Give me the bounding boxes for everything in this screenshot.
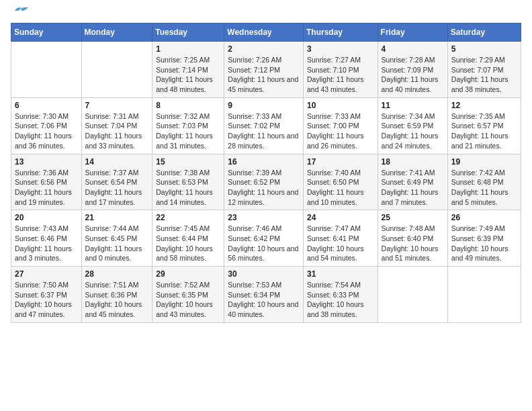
- day-number: 27: [15, 269, 78, 279]
- weekday-header-friday: Friday: [378, 24, 447, 42]
- day-number: 31: [307, 269, 374, 279]
- weekday-header-tuesday: Tuesday: [152, 24, 224, 42]
- calendar-cell: 7Sunrise: 7:31 AM Sunset: 7:04 PM Daylig…: [81, 97, 152, 154]
- day-number: 1: [156, 44, 220, 54]
- calendar-cell: 12Sunrise: 7:35 AM Sunset: 6:57 PM Dayli…: [447, 97, 521, 154]
- day-info: Sunrise: 7:46 AM Sunset: 6:42 PM Dayligh…: [228, 224, 300, 263]
- calendar-week-row: 13Sunrise: 7:36 AM Sunset: 6:56 PM Dayli…: [11, 154, 521, 210]
- calendar-cell: 4Sunrise: 7:28 AM Sunset: 7:09 PM Daylig…: [378, 42, 447, 98]
- day-number: 18: [382, 157, 444, 167]
- day-info: Sunrise: 7:26 AM Sunset: 7:12 PM Dayligh…: [228, 55, 300, 95]
- day-number: 4: [382, 44, 444, 54]
- calendar-cell: 23Sunrise: 7:46 AM Sunset: 6:42 PM Dayli…: [224, 210, 304, 267]
- calendar-cell: 19Sunrise: 7:42 AM Sunset: 6:48 PM Dayli…: [447, 154, 521, 210]
- day-number: 7: [85, 101, 149, 110]
- calendar-cell: [81, 42, 152, 98]
- weekday-header-thursday: Thursday: [303, 24, 378, 42]
- calendar-cell: 1Sunrise: 7:25 AM Sunset: 7:14 PM Daylig…: [152, 42, 224, 98]
- day-info: Sunrise: 7:29 AM Sunset: 7:07 PM Dayligh…: [451, 55, 517, 95]
- day-info: Sunrise: 7:43 AM Sunset: 6:46 PM Dayligh…: [15, 224, 78, 263]
- calendar-cell: 13Sunrise: 7:36 AM Sunset: 6:56 PM Dayli…: [11, 154, 82, 210]
- calendar-cell: 16Sunrise: 7:39 AM Sunset: 6:52 PM Dayli…: [224, 154, 304, 210]
- day-number: 23: [228, 213, 300, 222]
- day-info: Sunrise: 7:37 AM Sunset: 6:54 PM Dayligh…: [85, 168, 149, 208]
- day-number: 25: [382, 213, 444, 222]
- day-number: 6: [15, 101, 78, 110]
- day-number: 22: [156, 213, 220, 222]
- day-info: Sunrise: 7:35 AM Sunset: 6:57 PM Dayligh…: [451, 111, 517, 151]
- day-number: 5: [451, 44, 517, 54]
- calendar-cell: 8Sunrise: 7:32 AM Sunset: 7:03 PM Daylig…: [152, 97, 224, 154]
- day-info: Sunrise: 7:54 AM Sunset: 6:33 PM Dayligh…: [307, 280, 374, 320]
- day-info: Sunrise: 7:41 AM Sunset: 6:49 PM Dayligh…: [382, 168, 444, 208]
- day-number: 28: [85, 269, 149, 279]
- calendar-table: SundayMondayTuesdayWednesdayThursdayFrid…: [11, 23, 521, 323]
- day-number: 10: [307, 101, 374, 110]
- calendar-week-row: 6Sunrise: 7:30 AM Sunset: 7:06 PM Daylig…: [11, 97, 521, 154]
- calendar-cell: 17Sunrise: 7:40 AM Sunset: 6:50 PM Dayli…: [303, 154, 378, 210]
- calendar-cell: [378, 267, 447, 323]
- day-info: Sunrise: 7:42 AM Sunset: 6:48 PM Dayligh…: [451, 168, 517, 208]
- bird-icon: [13, 5, 28, 16]
- day-number: 2: [228, 44, 300, 54]
- calendar-week-row: 27Sunrise: 7:50 AM Sunset: 6:37 PM Dayli…: [11, 267, 521, 323]
- day-number: 26: [451, 213, 517, 222]
- day-info: Sunrise: 7:53 AM Sunset: 6:34 PM Dayligh…: [228, 280, 300, 320]
- day-number: 16: [228, 157, 300, 167]
- day-info: Sunrise: 7:32 AM Sunset: 7:03 PM Dayligh…: [156, 111, 220, 151]
- calendar-cell: 25Sunrise: 7:48 AM Sunset: 6:40 PM Dayli…: [378, 210, 447, 267]
- day-number: 8: [156, 101, 220, 110]
- day-number: 11: [382, 101, 444, 110]
- day-info: Sunrise: 7:28 AM Sunset: 7:09 PM Dayligh…: [382, 55, 444, 95]
- calendar-cell: 26Sunrise: 7:49 AM Sunset: 6:39 PM Dayli…: [447, 210, 521, 267]
- day-info: Sunrise: 7:49 AM Sunset: 6:39 PM Dayligh…: [451, 224, 517, 263]
- calendar-cell: [447, 267, 521, 323]
- calendar-cell: 27Sunrise: 7:50 AM Sunset: 6:37 PM Dayli…: [11, 267, 82, 323]
- day-info: Sunrise: 7:34 AM Sunset: 6:59 PM Dayligh…: [382, 111, 444, 151]
- calendar-cell: 29Sunrise: 7:52 AM Sunset: 6:35 PM Dayli…: [152, 267, 224, 323]
- day-info: Sunrise: 7:40 AM Sunset: 6:50 PM Dayligh…: [307, 168, 374, 208]
- day-info: Sunrise: 7:50 AM Sunset: 6:37 PM Dayligh…: [15, 280, 78, 320]
- calendar-cell: 15Sunrise: 7:38 AM Sunset: 6:53 PM Dayli…: [152, 154, 224, 210]
- weekday-header-sunday: Sunday: [11, 24, 82, 42]
- weekday-header-wednesday: Wednesday: [224, 24, 304, 42]
- day-number: 9: [228, 101, 300, 110]
- day-info: Sunrise: 7:45 AM Sunset: 6:44 PM Dayligh…: [156, 224, 220, 263]
- day-info: Sunrise: 7:52 AM Sunset: 6:35 PM Dayligh…: [156, 280, 220, 320]
- day-info: Sunrise: 7:47 AM Sunset: 6:41 PM Dayligh…: [307, 224, 374, 263]
- day-number: 29: [156, 269, 220, 279]
- day-number: 30: [228, 269, 300, 279]
- day-info: Sunrise: 7:31 AM Sunset: 7:04 PM Dayligh…: [85, 111, 149, 151]
- calendar-cell: 21Sunrise: 7:44 AM Sunset: 6:45 PM Dayli…: [81, 210, 152, 267]
- calendar-cell: 2Sunrise: 7:26 AM Sunset: 7:12 PM Daylig…: [224, 42, 304, 98]
- day-number: 24: [307, 213, 374, 222]
- calendar-cell: 18Sunrise: 7:41 AM Sunset: 6:49 PM Dayli…: [378, 154, 447, 210]
- calendar-cell: 31Sunrise: 7:54 AM Sunset: 6:33 PM Dayli…: [303, 267, 378, 323]
- day-info: Sunrise: 7:33 AM Sunset: 7:00 PM Dayligh…: [307, 111, 374, 151]
- day-number: 15: [156, 157, 220, 167]
- day-info: Sunrise: 7:51 AM Sunset: 6:36 PM Dayligh…: [85, 280, 149, 320]
- day-number: 13: [15, 157, 78, 167]
- calendar-cell: 24Sunrise: 7:47 AM Sunset: 6:41 PM Dayli…: [303, 210, 378, 267]
- day-number: 21: [85, 213, 149, 222]
- calendar-cell: 28Sunrise: 7:51 AM Sunset: 6:36 PM Dayli…: [81, 267, 152, 323]
- logo: [11, 11, 28, 16]
- calendar-cell: 30Sunrise: 7:53 AM Sunset: 6:34 PM Dayli…: [224, 267, 304, 323]
- day-info: Sunrise: 7:38 AM Sunset: 6:53 PM Dayligh…: [156, 168, 220, 208]
- calendar-cell: 5Sunrise: 7:29 AM Sunset: 7:07 PM Daylig…: [447, 42, 521, 98]
- day-info: Sunrise: 7:36 AM Sunset: 6:56 PM Dayligh…: [15, 168, 78, 208]
- calendar-cell: 6Sunrise: 7:30 AM Sunset: 7:06 PM Daylig…: [11, 97, 82, 154]
- day-number: 14: [85, 157, 149, 167]
- day-info: Sunrise: 7:48 AM Sunset: 6:40 PM Dayligh…: [382, 224, 444, 263]
- day-info: Sunrise: 7:30 AM Sunset: 7:06 PM Dayligh…: [15, 111, 78, 151]
- calendar-cell: 10Sunrise: 7:33 AM Sunset: 7:00 PM Dayli…: [303, 97, 378, 154]
- calendar-week-row: 1Sunrise: 7:25 AM Sunset: 7:14 PM Daylig…: [11, 42, 521, 98]
- weekday-header-saturday: Saturday: [447, 24, 521, 42]
- calendar-cell: [11, 42, 82, 98]
- page-header: [11, 11, 521, 16]
- day-number: 3: [307, 44, 374, 54]
- day-info: Sunrise: 7:44 AM Sunset: 6:45 PM Dayligh…: [85, 224, 149, 263]
- day-number: 19: [451, 157, 517, 167]
- day-number: 12: [451, 101, 517, 110]
- calendar-week-row: 20Sunrise: 7:43 AM Sunset: 6:46 PM Dayli…: [11, 210, 521, 267]
